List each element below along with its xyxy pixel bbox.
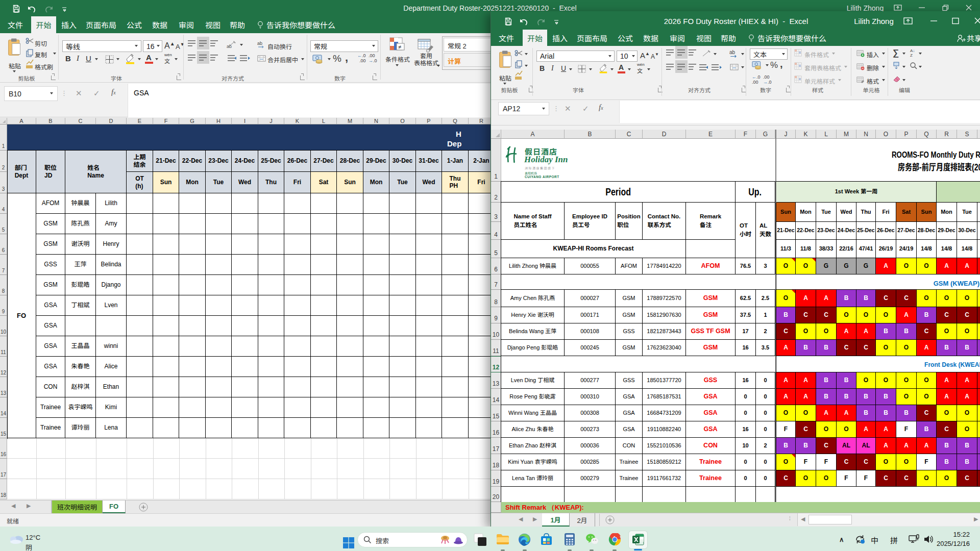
svg-text:ab: ab: [227, 44, 232, 49]
svg-text:ab: ab: [257, 41, 262, 46]
svg-text:≠: ≠: [398, 44, 401, 50]
svg-text:ab: ab: [729, 49, 736, 55]
